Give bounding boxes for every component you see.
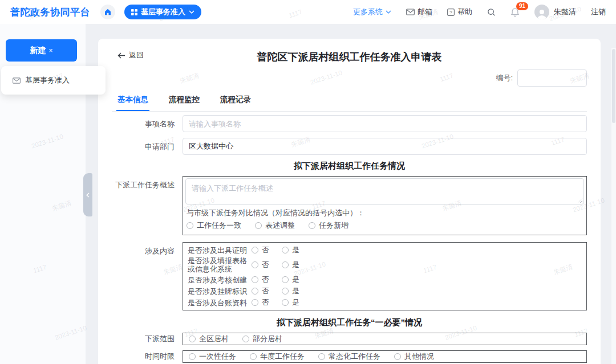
help-link[interactable]: ? 帮助: [447, 7, 472, 17]
time-limit-label: 时间时限: [112, 350, 175, 363]
radio-circle-icon[interactable]: [252, 288, 258, 295]
radio-option[interactable]: 是: [282, 245, 299, 255]
back-label: 返回: [129, 50, 144, 60]
radio-option[interactable]: 否: [252, 286, 269, 296]
application-form: 事项名称 申请部门 拟下派居村组织工作任务情况 下派工作任务概述: [112, 115, 587, 364]
scope-label: 下派范围: [112, 333, 175, 345]
radio-option-label: 一次性任务: [199, 351, 236, 362]
notifications-button[interactable]: 91: [510, 7, 520, 17]
radio-option[interactable]: 全区居村: [189, 334, 229, 344]
app-logo: 普陀政务协同平台: [10, 6, 90, 19]
help-icon: ?: [447, 9, 455, 16]
radio-option[interactable]: 一次性任务: [189, 351, 236, 362]
radio-circle-icon[interactable]: [189, 353, 196, 360]
new-button[interactable]: 新建 ×: [6, 39, 77, 62]
radio-option-label: 否: [262, 297, 269, 308]
radio-option[interactable]: 任务新增: [309, 220, 348, 231]
radio-circle-icon[interactable]: [282, 276, 289, 283]
radio-circle-icon[interactable]: [252, 276, 258, 283]
radio-option[interactable]: 部分居村: [242, 334, 282, 344]
radio-circle-icon[interactable]: [309, 222, 315, 229]
radio-circle-icon[interactable]: [250, 353, 257, 360]
page-body: 新建 × 基层事务准入 返回 普陀区下派居村组织工作任务准入申请表 编号:: [0, 24, 616, 364]
username-label: 朱懿清: [554, 7, 576, 17]
radio-option[interactable]: 否: [252, 245, 269, 255]
tab-bar: 基本信息 流程监控 流程记录: [112, 90, 587, 112]
radio-circle-icon[interactable]: [282, 261, 289, 268]
radio-circle-icon[interactable]: [394, 353, 401, 360]
arrow-left-icon: [117, 52, 125, 59]
radio-option-label: 年度工作任务: [260, 351, 305, 362]
home-button[interactable]: [100, 5, 115, 19]
radio-circle-icon[interactable]: [187, 222, 193, 229]
new-dropdown-panel: 基层事务准入: [1, 66, 106, 95]
avatar[interactable]: [534, 5, 549, 19]
radio-circle-icon[interactable]: [318, 353, 325, 360]
sidebar-collapse-handle[interactable]: [83, 173, 92, 216]
radio-option[interactable]: 否: [252, 297, 269, 308]
tab-process-monitor[interactable]: 流程监控: [168, 90, 201, 111]
involve-radio-group: 否是: [252, 245, 299, 255]
home-icon: [104, 8, 112, 16]
tab-basic-info[interactable]: 基本信息: [116, 90, 149, 111]
radio-option[interactable]: 常态化工作任务: [318, 351, 380, 362]
scope-box: 全区居村部分居村: [183, 333, 587, 345]
involve-question-label: 是否涉及挂牌标识: [188, 287, 247, 296]
back-button[interactable]: 返回: [117, 50, 144, 60]
involve-label: 涉及内容: [112, 242, 175, 310]
radio-circle-icon[interactable]: [282, 299, 289, 306]
page-scrollbar[interactable]: [611, 48, 616, 364]
radio-option-label: 表述调整: [265, 220, 295, 231]
radio-option[interactable]: 否: [252, 260, 269, 270]
radio-option[interactable]: 是: [282, 260, 299, 270]
more-systems-label: 更多系统: [353, 7, 383, 17]
radio-option[interactable]: 否: [252, 275, 269, 285]
radio-circle-icon[interactable]: [282, 288, 289, 295]
menu-item-jiceng-shiwu-zhunru[interactable]: 基层事务准入: [1, 66, 106, 95]
radio-circle-icon[interactable]: [252, 261, 258, 268]
logout-button[interactable]: 注销: [591, 7, 606, 17]
radio-circle-icon[interactable]: [282, 247, 289, 253]
involve-question-row: 是否涉及挂牌标识否是: [188, 285, 582, 297]
radio-option[interactable]: 其他情况: [394, 351, 434, 362]
radio-circle-icon[interactable]: [252, 247, 258, 253]
mail-icon: [406, 9, 415, 15]
compare-note: 与市级下派任务对比情况（对应情况的括号内选中）：: [187, 208, 584, 218]
tab-process-record[interactable]: 流程记录: [219, 90, 252, 111]
apply-dept-label: 申请部门: [112, 138, 175, 155]
radio-option-label: 是: [292, 260, 299, 270]
scrollbar-thumb[interactable]: [612, 49, 615, 123]
apply-dept-input[interactable]: [183, 138, 587, 155]
time-limit-radio-group: 一次性任务年度工作任务常态化工作任务其他情况: [188, 350, 435, 363]
radio-circle-icon[interactable]: [242, 336, 249, 342]
involve-question-row: 是否涉及填报表格 或信息化系统否是: [188, 256, 582, 274]
mailbox-link[interactable]: 邮箱: [406, 7, 432, 17]
involve-radio-group: 否是: [252, 286, 299, 296]
app-switcher-pill[interactable]: 基层事务准入: [124, 5, 201, 19]
radio-option[interactable]: 工作任务一致: [187, 220, 241, 231]
more-systems-menu[interactable]: 更多系统: [353, 7, 391, 17]
mail-icon: [13, 77, 21, 84]
serial-input[interactable]: [517, 69, 587, 87]
radio-circle-icon[interactable]: [189, 336, 196, 342]
radio-option[interactable]: 是: [282, 297, 299, 308]
radio-option[interactable]: 是: [282, 275, 299, 285]
radio-option-label: 工作任务一致: [197, 220, 241, 231]
radio-option[interactable]: 表述调整: [255, 220, 295, 231]
radio-option-label: 任务新增: [319, 220, 348, 231]
scope-radio-group: 全区居村部分居村: [188, 333, 283, 345]
radio-option-label: 是: [292, 245, 299, 255]
task-overview-textarea[interactable]: [185, 178, 584, 205]
new-button-label: 新建: [30, 46, 46, 56]
search-button[interactable]: [487, 8, 496, 17]
radio-circle-icon[interactable]: [252, 299, 258, 306]
involve-question-row: 是否涉及台账资料否是: [188, 297, 582, 308]
involve-question-row: 是否涉及出具证明否是: [188, 244, 582, 256]
radio-option-label: 否: [262, 245, 269, 255]
item-name-input[interactable]: [183, 115, 587, 132]
radio-circle-icon[interactable]: [255, 222, 262, 229]
radio-option-label: 全区居村: [199, 334, 229, 344]
radio-option[interactable]: 年度工作任务: [250, 351, 305, 362]
new-button-close-icon[interactable]: ×: [48, 47, 52, 55]
radio-option[interactable]: 是: [282, 286, 299, 296]
